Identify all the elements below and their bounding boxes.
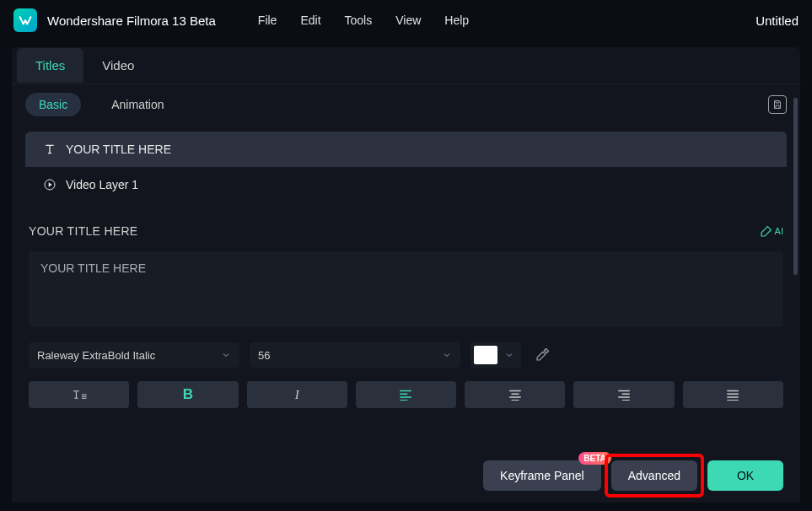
menu-file[interactable]: File bbox=[258, 13, 277, 27]
tab-titles[interactable]: Titles bbox=[17, 48, 83, 83]
advanced-button[interactable]: Advanced bbox=[611, 460, 697, 491]
primary-tabs: Titles Video bbox=[12, 47, 800, 84]
secondary-tabs: Basic Animation bbox=[12, 84, 800, 125]
bold-button[interactable]: B bbox=[137, 381, 238, 408]
text-icon bbox=[42, 142, 57, 157]
menubar: Wondershare Filmora 13 Beta File Edit To… bbox=[0, 0, 812, 40]
layer-list: YOUR TITLE HERE Video Layer 1 bbox=[25, 132, 787, 202]
document-title: Untitled bbox=[756, 13, 799, 28]
font-color-picker[interactable] bbox=[471, 342, 521, 368]
advanced-label: Advanced bbox=[628, 469, 680, 482]
app-title: Wondershare Filmora 13 Beta bbox=[47, 13, 216, 28]
menu-view[interactable]: View bbox=[395, 13, 421, 27]
menu-help[interactable]: Help bbox=[444, 13, 469, 27]
keyframe-panel-button[interactable]: Keyframe Panel BETA bbox=[483, 460, 601, 491]
save-preset-icon[interactable] bbox=[768, 95, 787, 114]
align-left-button[interactable] bbox=[356, 381, 456, 408]
app-icon bbox=[13, 8, 37, 32]
layer-video[interactable]: Video Layer 1 bbox=[25, 167, 787, 202]
align-justify-button[interactable] bbox=[683, 381, 783, 408]
subtab-basic[interactable]: Basic bbox=[25, 93, 81, 116]
font-size-dropdown[interactable]: 56 bbox=[250, 342, 460, 368]
subtab-animation[interactable]: Animation bbox=[98, 93, 177, 116]
align-center-button[interactable] bbox=[465, 381, 565, 408]
font-family-dropdown[interactable]: Raleway ExtraBold Italic bbox=[29, 342, 239, 368]
layer-title[interactable]: YOUR TITLE HERE bbox=[25, 132, 787, 167]
title-text-wrap bbox=[12, 245, 800, 331]
menu-tools[interactable]: Tools bbox=[345, 13, 373, 27]
format-buttons: B I bbox=[12, 368, 800, 408]
align-right-button[interactable] bbox=[573, 381, 674, 408]
italic-button[interactable]: I bbox=[247, 381, 347, 408]
eyedropper-button[interactable] bbox=[531, 344, 553, 366]
font-controls: Raleway ExtraBold Italic 56 bbox=[12, 331, 800, 368]
section-header: YOUR TITLE HERE AI bbox=[12, 212, 800, 245]
layer-label: Video Layer 1 bbox=[66, 178, 138, 191]
properties-panel: Titles Video Basic Animation YOUR TITLE … bbox=[12, 47, 800, 503]
scrollbar[interactable] bbox=[793, 98, 798, 275]
chevron-down-icon bbox=[442, 350, 452, 360]
bottom-buttons: Keyframe Panel BETA Advanced OK bbox=[483, 460, 783, 491]
text-case-button[interactable] bbox=[29, 381, 129, 408]
ai-edit-button[interactable]: AI bbox=[760, 224, 783, 238]
beta-badge: BETA bbox=[578, 452, 610, 465]
keyframe-label: Keyframe Panel bbox=[500, 469, 584, 482]
chevron-down-icon bbox=[504, 350, 514, 360]
font-family-value: Raleway ExtraBold Italic bbox=[37, 349, 221, 362]
title-textarea[interactable] bbox=[29, 251, 783, 327]
chevron-down-icon bbox=[221, 350, 231, 360]
menu-items: File Edit Tools View Help bbox=[258, 13, 469, 27]
color-swatch bbox=[474, 346, 497, 364]
menu-edit[interactable]: Edit bbox=[300, 13, 320, 27]
ok-label: OK bbox=[737, 469, 754, 482]
tab-video[interactable]: Video bbox=[83, 48, 153, 83]
ai-label: AI bbox=[775, 226, 783, 236]
font-size-value: 56 bbox=[258, 349, 442, 362]
play-icon bbox=[42, 177, 57, 192]
section-title: YOUR TITLE HERE bbox=[29, 224, 138, 238]
ok-button[interactable]: OK bbox=[707, 460, 783, 491]
layer-label: YOUR TITLE HERE bbox=[66, 143, 171, 156]
